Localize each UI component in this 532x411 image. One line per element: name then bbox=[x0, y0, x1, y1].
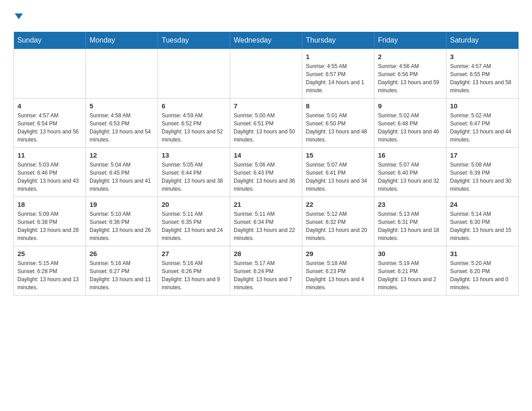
day-info: Sunrise: 5:00 AMSunset: 6:51 PMDaylight:… bbox=[234, 111, 298, 144]
calendar-cell: 16Sunrise: 5:07 AMSunset: 6:40 PMDayligh… bbox=[374, 147, 446, 197]
day-info: Sunrise: 4:55 AMSunset: 6:57 PMDaylight:… bbox=[306, 62, 370, 94]
day-info: Sunrise: 5:12 AMSunset: 6:32 PMDaylight:… bbox=[306, 210, 370, 242]
day-number: 23 bbox=[378, 201, 442, 208]
header-cell-monday: Monday bbox=[86, 32, 158, 49]
calendar-table: SundayMondayTuesdayWednesdayThursdayFrid… bbox=[13, 32, 519, 295]
day-info: Sunrise: 5:01 AMSunset: 6:50 PMDaylight:… bbox=[306, 111, 370, 144]
calendar-cell: 4Sunrise: 4:57 AMSunset: 6:54 PMDaylight… bbox=[14, 98, 86, 147]
day-info: Sunrise: 5:16 AMSunset: 6:26 PMDaylight:… bbox=[162, 259, 226, 291]
calendar-cell: 9Sunrise: 5:02 AMSunset: 6:48 PMDaylight… bbox=[374, 98, 446, 147]
week-row-1: 4Sunrise: 4:57 AMSunset: 6:54 PMDaylight… bbox=[14, 98, 519, 147]
calendar-cell bbox=[86, 49, 158, 98]
logo-general-line bbox=[13, 9, 23, 23]
day-info: Sunrise: 5:02 AMSunset: 6:47 PMDaylight:… bbox=[450, 111, 515, 144]
calendar-cell: 12Sunrise: 5:04 AMSunset: 6:45 PMDayligh… bbox=[86, 147, 158, 197]
header-cell-thursday: Thursday bbox=[302, 32, 374, 49]
week-row-0: 1Sunrise: 4:55 AMSunset: 6:57 PMDaylight… bbox=[14, 49, 519, 98]
header-cell-friday: Friday bbox=[374, 32, 446, 49]
day-info: Sunrise: 5:08 AMSunset: 6:39 PMDaylight:… bbox=[450, 161, 515, 193]
header-cell-sunday: Sunday bbox=[14, 32, 86, 49]
calendar-cell bbox=[230, 49, 302, 98]
calendar-cell: 28Sunrise: 5:17 AMSunset: 6:24 PMDayligh… bbox=[230, 246, 302, 295]
day-number: 31 bbox=[450, 250, 515, 257]
calendar-cell: 18Sunrise: 5:09 AMSunset: 6:38 PMDayligh… bbox=[14, 197, 86, 246]
day-number: 5 bbox=[90, 102, 154, 110]
day-info: Sunrise: 4:56 AMSunset: 6:56 PMDaylight:… bbox=[378, 62, 442, 94]
day-number: 18 bbox=[17, 201, 82, 208]
day-number: 6 bbox=[162, 102, 226, 110]
day-info: Sunrise: 5:11 AMSunset: 6:35 PMDaylight:… bbox=[162, 210, 226, 242]
logo bbox=[13, 9, 23, 23]
calendar-cell: 19Sunrise: 5:10 AMSunset: 6:36 PMDayligh… bbox=[86, 197, 158, 246]
header-cell-saturday: Saturday bbox=[446, 32, 519, 49]
day-info: Sunrise: 5:05 AMSunset: 6:44 PMDaylight:… bbox=[162, 161, 226, 193]
calendar-cell: 7Sunrise: 5:00 AMSunset: 6:51 PMDaylight… bbox=[230, 98, 302, 147]
day-info: Sunrise: 4:59 AMSunset: 6:52 PMDaylight:… bbox=[162, 111, 226, 144]
day-number: 2 bbox=[378, 53, 442, 60]
calendar-cell: 17Sunrise: 5:08 AMSunset: 6:39 PMDayligh… bbox=[446, 147, 519, 197]
calendar-cell: 8Sunrise: 5:01 AMSunset: 6:50 PMDaylight… bbox=[302, 98, 374, 147]
calendar-body: 1Sunrise: 4:55 AMSunset: 6:57 PMDaylight… bbox=[14, 49, 519, 295]
day-number: 22 bbox=[306, 201, 370, 208]
calendar-header: SundayMondayTuesdayWednesdayThursdayFrid… bbox=[14, 32, 519, 49]
day-info: Sunrise: 5:06 AMSunset: 6:43 PMDaylight:… bbox=[234, 161, 298, 193]
calendar-cell: 22Sunrise: 5:12 AMSunset: 6:32 PMDayligh… bbox=[302, 197, 374, 246]
day-number: 29 bbox=[306, 250, 370, 257]
calendar-cell: 11Sunrise: 5:03 AMSunset: 6:46 PMDayligh… bbox=[14, 147, 86, 197]
calendar-cell: 25Sunrise: 5:15 AMSunset: 6:28 PMDayligh… bbox=[14, 246, 86, 295]
day-info: Sunrise: 5:19 AMSunset: 6:21 PMDaylight:… bbox=[378, 259, 442, 291]
day-number: 21 bbox=[234, 201, 298, 208]
calendar-cell: 30Sunrise: 5:19 AMSunset: 6:21 PMDayligh… bbox=[374, 246, 446, 295]
calendar-cell: 13Sunrise: 5:05 AMSunset: 6:44 PMDayligh… bbox=[158, 147, 230, 197]
day-info: Sunrise: 5:03 AMSunset: 6:46 PMDaylight:… bbox=[17, 161, 82, 193]
week-row-3: 18Sunrise: 5:09 AMSunset: 6:38 PMDayligh… bbox=[14, 197, 519, 246]
day-number: 9 bbox=[378, 102, 442, 110]
day-number: 12 bbox=[90, 151, 154, 159]
day-info: Sunrise: 5:02 AMSunset: 6:48 PMDaylight:… bbox=[378, 111, 442, 144]
day-info: Sunrise: 4:57 AMSunset: 6:54 PMDaylight:… bbox=[17, 111, 82, 144]
day-info: Sunrise: 4:57 AMSunset: 6:55 PMDaylight:… bbox=[450, 62, 515, 94]
calendar-cell: 15Sunrise: 5:07 AMSunset: 6:41 PMDayligh… bbox=[302, 147, 374, 197]
day-number: 25 bbox=[17, 250, 82, 257]
day-info: Sunrise: 5:07 AMSunset: 6:40 PMDaylight:… bbox=[378, 161, 442, 193]
header-cell-tuesday: Tuesday bbox=[158, 32, 230, 49]
day-number: 17 bbox=[450, 151, 515, 159]
day-number: 11 bbox=[17, 151, 82, 159]
day-info: Sunrise: 4:58 AMSunset: 6:53 PMDaylight:… bbox=[90, 111, 154, 144]
day-info: Sunrise: 5:10 AMSunset: 6:36 PMDaylight:… bbox=[90, 210, 154, 242]
header-cell-wednesday: Wednesday bbox=[230, 32, 302, 49]
logo-triangle-icon bbox=[15, 13, 23, 19]
day-number: 27 bbox=[162, 250, 226, 257]
day-number: 10 bbox=[450, 102, 515, 110]
day-number: 13 bbox=[162, 151, 226, 159]
calendar-cell: 20Sunrise: 5:11 AMSunset: 6:35 PMDayligh… bbox=[158, 197, 230, 246]
week-row-2: 11Sunrise: 5:03 AMSunset: 6:46 PMDayligh… bbox=[14, 147, 519, 197]
day-number: 16 bbox=[378, 151, 442, 159]
calendar-cell: 21Sunrise: 5:11 AMSunset: 6:34 PMDayligh… bbox=[230, 197, 302, 246]
calendar-cell: 24Sunrise: 5:14 AMSunset: 6:30 PMDayligh… bbox=[446, 197, 519, 246]
day-info: Sunrise: 5:16 AMSunset: 6:27 PMDaylight:… bbox=[90, 259, 154, 291]
calendar-cell: 10Sunrise: 5:02 AMSunset: 6:47 PMDayligh… bbox=[446, 98, 519, 147]
day-info: Sunrise: 5:14 AMSunset: 6:30 PMDaylight:… bbox=[450, 210, 515, 242]
day-number: 3 bbox=[450, 53, 515, 60]
calendar-cell bbox=[14, 49, 86, 98]
calendar-cell: 27Sunrise: 5:16 AMSunset: 6:26 PMDayligh… bbox=[158, 246, 230, 295]
day-number: 28 bbox=[234, 250, 298, 257]
day-number: 30 bbox=[378, 250, 442, 257]
header-row: SundayMondayTuesdayWednesdayThursdayFrid… bbox=[14, 32, 519, 49]
calendar-cell: 1Sunrise: 4:55 AMSunset: 6:57 PMDaylight… bbox=[302, 49, 374, 98]
calendar-cell: 3Sunrise: 4:57 AMSunset: 6:55 PMDaylight… bbox=[446, 49, 519, 98]
day-info: Sunrise: 5:17 AMSunset: 6:24 PMDaylight:… bbox=[234, 259, 298, 291]
day-info: Sunrise: 5:15 AMSunset: 6:28 PMDaylight:… bbox=[17, 259, 82, 291]
day-info: Sunrise: 5:13 AMSunset: 6:31 PMDaylight:… bbox=[378, 210, 442, 242]
page-header bbox=[13, 9, 519, 23]
calendar-cell: 31Sunrise: 5:20 AMSunset: 6:20 PMDayligh… bbox=[446, 246, 519, 295]
calendar-cell: 14Sunrise: 5:06 AMSunset: 6:43 PMDayligh… bbox=[230, 147, 302, 197]
day-number: 4 bbox=[17, 102, 82, 110]
day-number: 7 bbox=[234, 102, 298, 110]
calendar-cell: 23Sunrise: 5:13 AMSunset: 6:31 PMDayligh… bbox=[374, 197, 446, 246]
calendar-cell: 5Sunrise: 4:58 AMSunset: 6:53 PMDaylight… bbox=[86, 98, 158, 147]
day-number: 14 bbox=[234, 151, 298, 159]
day-info: Sunrise: 5:20 AMSunset: 6:20 PMDaylight:… bbox=[450, 259, 515, 291]
week-row-4: 25Sunrise: 5:15 AMSunset: 6:28 PMDayligh… bbox=[14, 246, 519, 295]
